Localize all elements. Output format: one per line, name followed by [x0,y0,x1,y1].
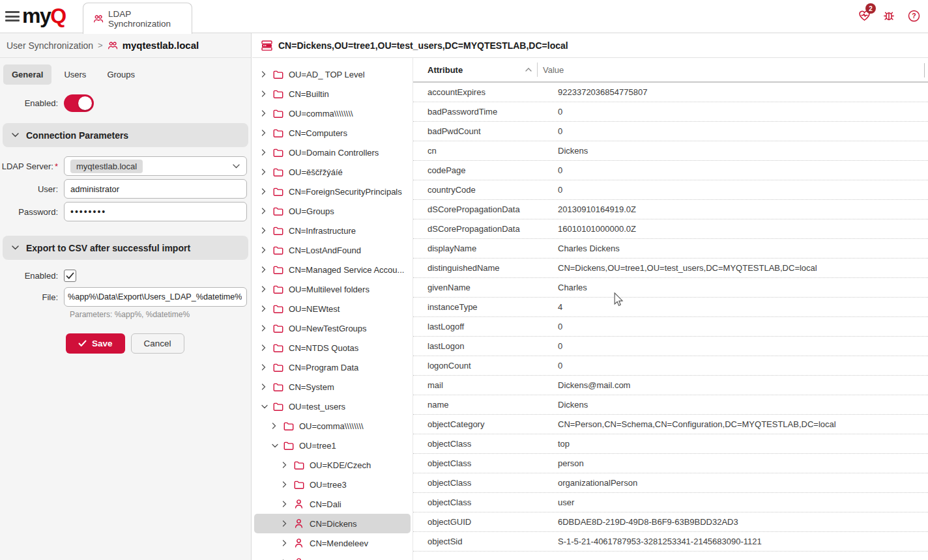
person-icon [294,538,305,548]
tree-node[interactable]: OU=test_users [254,397,411,416]
chevron-right-icon[interactable] [261,286,268,292]
tree-node[interactable]: CN=Infrastructure [254,221,411,240]
ldap-server-label: LDAP Server:* [0,161,64,171]
person-icon [294,557,305,560]
column-header-value[interactable]: Value [538,65,928,75]
column-header-attribute[interactable]: Attribute [413,65,525,75]
tab-ldap-synchronization[interactable]: LDAP Synchronization [83,3,192,34]
tree-node[interactable]: OU=Domain Controllers [254,143,411,162]
save-button[interactable]: Save [66,333,125,354]
tree-node[interactable]: OU=KDE/Czech [254,455,411,475]
tab-groups[interactable]: Groups [98,64,143,85]
chevron-right-icon[interactable] [261,149,268,156]
attribute-table-header: Attribute Value [413,58,928,83]
chevron-down-icon[interactable] [272,443,279,448]
enabled-toggle[interactable] [64,94,94,112]
file-input[interactable]: %app%\Data\Export\Users_LDAP_%datetime% [64,287,247,307]
tree-node[interactable]: OU=AD_ TOP Level [254,64,411,84]
chevron-right-icon[interactable] [282,540,289,546]
breadcrumb-parent-link[interactable]: User Synchronization [7,40,93,51]
tree-node-label: OU=test_users [289,402,345,412]
chevron-right-icon[interactable] [282,462,289,468]
cancel-button[interactable]: Cancel [131,333,184,354]
chevron-right-icon[interactable] [261,91,268,97]
ldap-server-chip: myqtestlab.local [70,160,143,173]
selected-entry-dn: CN=Dickens,OU=tree1,OU=test_users,DC=MYQ… [278,40,568,51]
tree-node[interactable]: CN=Computers [254,123,411,143]
folder-icon [273,304,284,314]
section-title: Export to CSV after successful import [26,243,190,253]
tab-general[interactable]: General [3,64,51,85]
hamburger-menu-icon[interactable] [5,11,20,21]
tree-node[interactable]: CN=Builtin [254,84,411,104]
password-input[interactable]: •••••••• [64,202,247,221]
chevron-right-icon[interactable] [282,501,289,507]
chevron-right-icon[interactable] [261,266,268,273]
chevron-right-icon[interactable] [261,169,268,175]
chevron-right-icon[interactable] [272,423,279,429]
folder-icon [273,265,284,275]
tree-node[interactable]: OU=comma\\\\\\\\ [254,416,411,436]
ldap-tree: OU=AD_ TOP LevelCN=BuiltinOU=comma\\\\\\… [252,58,413,560]
attribute-value-cell: S-1-5-21-4061787953-3281253341-214568309… [540,537,928,546]
tab-users[interactable]: Users [55,64,94,85]
tree-node[interactable]: CN=Dali [254,494,411,514]
chevron-right-icon[interactable] [261,364,268,371]
top-bar: myQ LDAP Synchronization 2 ? [0,0,928,33]
sort-ascending-icon[interactable] [525,68,532,72]
attribute-row: givenNameCharles [413,278,928,298]
tree-node-label: OU=NewTestGroups [289,324,367,333]
attribute-row: dSCorePropagationData16010101000000.0Z [413,219,928,239]
tree-node[interactable]: OU=NEWtest [254,299,411,318]
user-input[interactable]: administrator [64,179,247,199]
folder-icon [273,167,284,177]
section-connection-parameters[interactable]: Connection Parameters [3,123,248,147]
chevron-right-icon[interactable] [261,130,268,136]
tree-node[interactable]: CN=Program Data [254,357,411,377]
help-icon[interactable]: ? [906,8,921,23]
tree-node[interactable]: OU=comma\\\\\\\\ [254,104,411,123]
tree-node[interactable]: CN=ForeignSecurityPrincipals [254,182,411,201]
chevron-right-icon[interactable] [282,481,289,488]
tree-node[interactable]: CN=NTDS Quotas [254,338,411,357]
export-enabled-checkbox[interactable] [64,270,76,282]
ldap-server-select[interactable]: myqtestlab.local [64,156,247,176]
attribute-value-cell: top [540,439,928,449]
attribute-name-cell: dSCorePropagationData [413,204,540,214]
tree-node[interactable]: CN=Modigliani [254,553,411,560]
section-export-csv[interactable]: Export to CSV after successful import [3,236,248,260]
chevron-right-icon[interactable] [261,247,268,253]
tree-node[interactable]: CN=Dickens [254,514,411,533]
chevron-right-icon[interactable] [261,110,268,117]
chevron-right-icon[interactable] [261,305,268,312]
chevron-right-icon[interactable] [261,325,268,331]
tree-node-label: OU=tree3 [310,480,347,490]
chevron-right-icon[interactable] [261,227,268,234]
tree-node[interactable]: OU=ěščřžýáíé [254,162,411,182]
chevron-right-icon[interactable] [261,384,268,390]
tree-node-label: CN=LostAndFound [289,245,361,255]
attribute-value-cell: 0 [540,126,928,136]
chevron-right-icon[interactable] [261,71,268,77]
tree-node[interactable]: OU=Multilevel folders [254,279,411,299]
chevron-right-icon[interactable] [261,188,268,195]
tree-node-label: CN=Dali [310,499,341,509]
tree-node-label: CN=Infrastructure [289,226,356,236]
attribute-name-cell: instanceType [413,302,540,312]
tree-node[interactable]: CN=LostAndFound [254,240,411,260]
tree-node[interactable]: CN=System [254,377,411,397]
tree-node[interactable]: OU=tree3 [254,475,411,494]
chevron-right-icon[interactable] [282,520,289,527]
health-heart-icon[interactable]: 2 [856,8,872,23]
tree-node[interactable]: CN=Managed Service Accou... [254,260,411,279]
chevron-down-icon[interactable] [261,404,268,409]
chevron-right-icon[interactable] [261,344,268,351]
attribute-name-cell: givenName [413,283,540,292]
tree-node[interactable]: OU=NewTestGroups [254,318,411,338]
tree-node[interactable]: CN=Mendeleev [254,533,411,553]
chevron-right-icon[interactable] [261,208,268,214]
bug-report-icon[interactable] [881,8,897,23]
tree-node[interactable]: OU=tree1 [254,436,411,455]
tree-node-label: OU=tree1 [299,441,336,451]
tree-node[interactable]: OU=Groups [254,201,411,221]
